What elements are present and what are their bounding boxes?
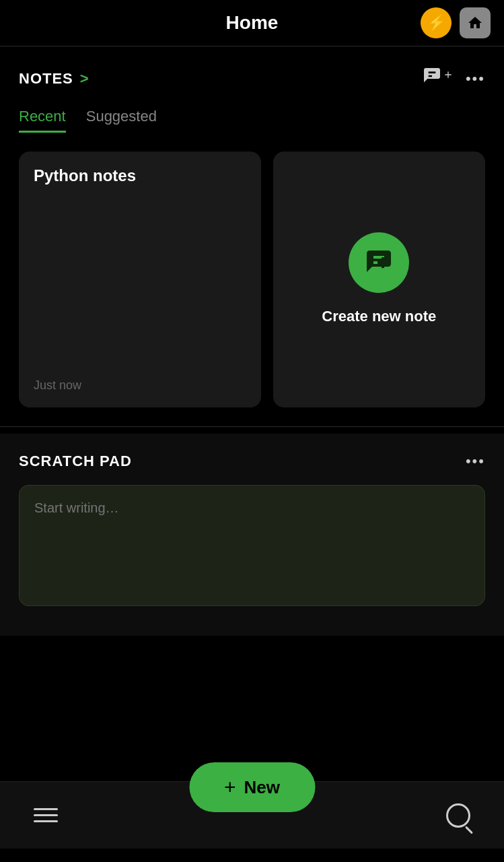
scratch-pad-input[interactable] <box>19 485 485 606</box>
create-note-text: Create new note <box>322 306 436 327</box>
section-divider <box>0 426 504 427</box>
notes-title-row[interactable]: NOTES > <box>19 70 89 88</box>
menu-button[interactable] <box>34 808 58 822</box>
notes-arrow: > <box>80 70 89 88</box>
fab-inner: + New <box>0 781 504 862</box>
add-note-icon[interactable] <box>421 65 454 92</box>
notes-cards: Python notes Just now Create new note <box>19 152 485 407</box>
create-note-card[interactable]: Create new note <box>273 152 486 407</box>
notes-section: NOTES > ••• Recent Suggested Python note… <box>0 46 504 407</box>
home-icon <box>467 15 483 31</box>
header-icons: ⚡ <box>421 7 491 38</box>
new-button-plus: + <box>224 776 236 799</box>
note-card-title: Python notes <box>34 166 246 185</box>
home-button[interactable] <box>460 7 491 38</box>
notes-tabs: Recent Suggested <box>19 108 485 133</box>
bottom-spacer <box>0 636 504 730</box>
create-note-icon <box>363 246 395 279</box>
hamburger-line-2 <box>34 814 58 816</box>
scratch-header: SCRATCH PAD ••• <box>19 453 485 470</box>
scratch-title: SCRATCH PAD <box>19 453 132 470</box>
new-button-label: New <box>244 777 280 798</box>
bolt-icon: ⚡ <box>427 14 445 32</box>
bolt-button[interactable]: ⚡ <box>421 7 452 38</box>
notes-header: NOTES > ••• <box>19 65 485 92</box>
page-title: Home <box>226 12 279 34</box>
tab-recent[interactable]: Recent <box>19 108 66 133</box>
create-note-icon-circle <box>349 232 409 293</box>
scratch-more-icon[interactable]: ••• <box>466 453 485 470</box>
scratch-pad-section: SCRATCH PAD ••• <box>0 434 504 636</box>
hamburger-line-1 <box>34 808 58 810</box>
tab-suggested[interactable]: Suggested <box>86 108 157 133</box>
notes-title: NOTES <box>19 70 73 88</box>
hamburger-line-3 <box>34 820 58 822</box>
note-card-time: Just now <box>34 378 246 393</box>
notes-more-icon[interactable]: ••• <box>466 70 485 88</box>
note-card-python[interactable]: Python notes Just now <box>19 152 261 407</box>
search-button[interactable] <box>446 803 470 828</box>
header: Home ⚡ <box>0 0 504 46</box>
bottom-bar: + New <box>0 781 504 862</box>
notes-actions: ••• <box>421 65 485 92</box>
new-button[interactable]: + New <box>189 762 315 812</box>
